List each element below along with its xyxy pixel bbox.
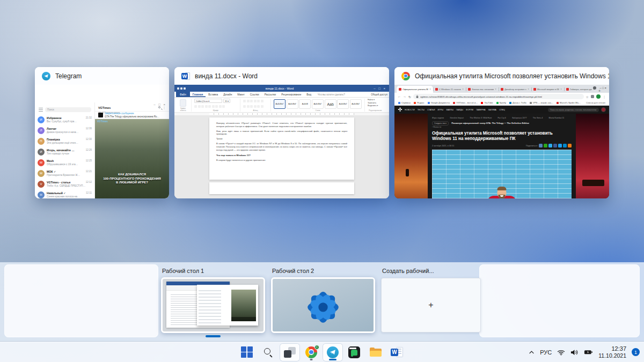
chat-list-item[interactable]: V VGTimes - статьи12:12 Trello: К.р. СЕР…: [35, 179, 94, 189]
chat-list-item[interactable]: Н Навальный ✓12:11 Синяя красная полоса …: [35, 189, 94, 198]
browser-tab[interactable]: Дизайнер исправил глав… ×: [499, 86, 531, 93]
style-chip[interactable]: АаБбВвГ: [287, 99, 298, 109]
address-bar[interactable]: vgtimes.ru/news/63403-oficialnaya-utilit…: [413, 94, 584, 99]
document-page-2[interactable]: [209, 182, 354, 194]
site-nav-item[interactable]: ТЕСТЫ: [418, 109, 425, 111]
new-desktop-label[interactable]: Создать рабочий...: [382, 268, 434, 274]
bookmark-item[interactable]: VGTimes - все об и…: [453, 101, 478, 104]
reading-list-button[interactable]: Список для чтения: [586, 101, 605, 104]
bookmark-item[interactable]: Сервисы: [398, 101, 411, 104]
new-desktop-button[interactable]: +: [381, 278, 481, 333]
create-post-button[interactable]: Создать пост: [432, 121, 449, 125]
evernote-taskbar-button[interactable]: [345, 344, 364, 361]
browser-tab[interactable]: Microsoft взорвет в Windo… ×: [531, 86, 564, 93]
bookmark-item[interactable]: Spotify: [496, 101, 507, 104]
tell-me-box[interactable]: Что вы хотите сделать?: [318, 93, 345, 96]
side-banner-right[interactable]: [576, 114, 609, 198]
window-thumbnail-word[interactable]: W винда 11.docx - Word винда 11.docx - W…: [174, 67, 389, 198]
site-nav-item[interactable]: НОВОСТИ: [405, 109, 415, 111]
chat-list-item[interactable]: И Избранное21:32 Вы: Сукубус, сукуб пра…: [35, 114, 94, 125]
breadcrumb[interactable]: ‹ Новости: [432, 126, 572, 130]
chat-list-item[interactable]: M Mash12:25 Обрушившаяся с 19 эта…: [35, 157, 94, 168]
bookmark-item[interactable]: VPN — играй, ска…: [530, 101, 553, 104]
bookmark-item[interactable]: Marvel's Spider-Ma…: [557, 101, 581, 104]
ribbon-tab[interactable]: Ссылки: [247, 92, 262, 97]
find-button[interactable]: Найти ▾: [368, 99, 383, 101]
site-nav-item[interactable]: ФОРУМ: [466, 109, 473, 111]
share-button[interactable]: [558, 144, 562, 147]
start-button[interactable]: [237, 344, 257, 361]
browser-tab[interactable]: С Windows 11 начали пер… ×: [433, 86, 466, 93]
paste-button[interactable]: [180, 99, 186, 107]
chat-list-item[interactable]: Л Ленчат12:36 Демон проснулся и нача…: [35, 125, 94, 136]
tab-close-icon[interactable]: ×: [560, 88, 562, 91]
profile-avatar[interactable]: [596, 94, 601, 99]
ribbon-tab[interactable]: Макет: [235, 92, 247, 97]
style-chip[interactable]: АаБбВ: [299, 99, 311, 109]
forward-icon[interactable]: →: [403, 95, 406, 98]
site-search-input[interactable]: Поиск по играм, разделам, статьям, польз…: [548, 108, 599, 112]
wifi-icon[interactable]: [557, 349, 565, 356]
site-nav-item[interactable]: ФАЙЛЫ: [446, 109, 453, 111]
chrome-menu-icon[interactable]: ⋮: [603, 95, 606, 99]
teaser-link[interactable]: Посмотри официальный тизер GTA: The Tril…: [451, 122, 529, 124]
side-banner-left[interactable]: [394, 114, 428, 198]
telegram-taskbar-button[interactable]: [323, 344, 342, 361]
browser-tab[interactable]: Геймеры, которые дожд… ×: [564, 86, 597, 93]
reload-icon[interactable]: ↻: [408, 95, 411, 99]
ribbon-tab[interactable]: Файл: [176, 92, 190, 97]
tab-close-icon[interactable]: ×: [429, 88, 431, 91]
language-indicator[interactable]: РУС: [540, 349, 552, 356]
back-icon[interactable]: ←: [398, 95, 401, 98]
desktop-1-label[interactable]: Рабочий стол 1: [162, 268, 204, 274]
paragraph-buttons[interactable]: [243, 100, 268, 102]
pinned-message[interactable]: Закреплённое сообщение GTA The Trilogy о…: [95, 112, 169, 119]
ribbon-tab[interactable]: Главная: [190, 92, 206, 97]
tray-chevron-icon[interactable]: [529, 350, 535, 354]
telegram-window-controls[interactable]: – □ ×: [153, 103, 166, 106]
clock[interactable]: 12:37 11.10.2021: [598, 345, 626, 359]
paragraph-buttons-2[interactable]: [243, 105, 268, 108]
site-nav-item[interactable]: ИГРЫ: [437, 109, 443, 111]
site-nav-item[interactable]: ТАВЕРНА: [476, 109, 486, 111]
font-buttons[interactable]: [194, 105, 237, 108]
share-button[interactable]: [568, 144, 572, 147]
font-size-box[interactable]: 11 ▾: [223, 99, 230, 103]
tab-close-icon[interactable]: ×: [528, 88, 529, 91]
site-nav-item[interactable]: СПЕЦ: [499, 109, 505, 111]
replace-button[interactable]: Заменить: [368, 102, 383, 104]
game-tag[interactable]: Far Cry 6: [498, 117, 510, 119]
share-button[interactable]: [544, 144, 547, 147]
bookmark-star-icon[interactable]: ☆: [586, 95, 589, 99]
browser-tab[interactable]: Хочешь вас ознакомит… ×: [466, 86, 499, 93]
chrome-window-controls[interactable]: – □ ×: [599, 86, 606, 90]
bookmark-item[interactable]: YouTube: [481, 101, 493, 104]
browser-tab[interactable]: Официальная утилита М… ×: [397, 86, 433, 93]
battery-charging-icon[interactable]: [584, 349, 593, 355]
vgtimes-logo[interactable]: [398, 107, 402, 112]
ribbon-tab[interactable]: Вставка: [206, 92, 221, 97]
ribbon-tab[interactable]: Вид: [304, 92, 314, 97]
share-button[interactable]: [548, 144, 552, 147]
site-nav-item[interactable]: СТАТЬИ: [427, 109, 435, 111]
search-button[interactable]: [259, 344, 278, 361]
bookmark-item[interactable]: Google Документы: [428, 101, 450, 104]
extensions-icon[interactable]: [591, 95, 594, 98]
game-tag[interactable]: Mortal Kombat 11: [549, 117, 565, 119]
style-chip[interactable]: АаБбВвГ: [350, 99, 362, 109]
word-taskbar-button[interactable]: W: [387, 344, 407, 361]
desktop-1-thumbnail[interactable]: [161, 277, 265, 333]
game-tag[interactable]: Игры недели: [432, 117, 447, 119]
chat-list-item[interactable]: П Планёрка12:30 Эти дольщики ещё очен…: [35, 136, 94, 146]
game-tag[interactable]: Киберпанк 2077: [512, 117, 530, 119]
new-tab-button[interactable]: +: [597, 89, 602, 93]
share-button[interactable]: [539, 144, 543, 147]
share-button[interactable]: [563, 144, 567, 147]
window-thumbnail-telegram[interactable]: Telegram – □ × Поиск И Избранное21:32: [35, 67, 169, 198]
share-button[interactable]: Общий доступ: [371, 93, 387, 96]
bookmark-item[interactable]: Яндекс: [414, 101, 425, 104]
bookmark-item[interactable]: Доска с Trello: [509, 101, 526, 104]
ribbon-tab[interactable]: Рецензирование: [279, 92, 304, 97]
channel-search-icon[interactable]: [158, 106, 160, 108]
desktop-2-thumbnail[interactable]: [271, 277, 375, 333]
